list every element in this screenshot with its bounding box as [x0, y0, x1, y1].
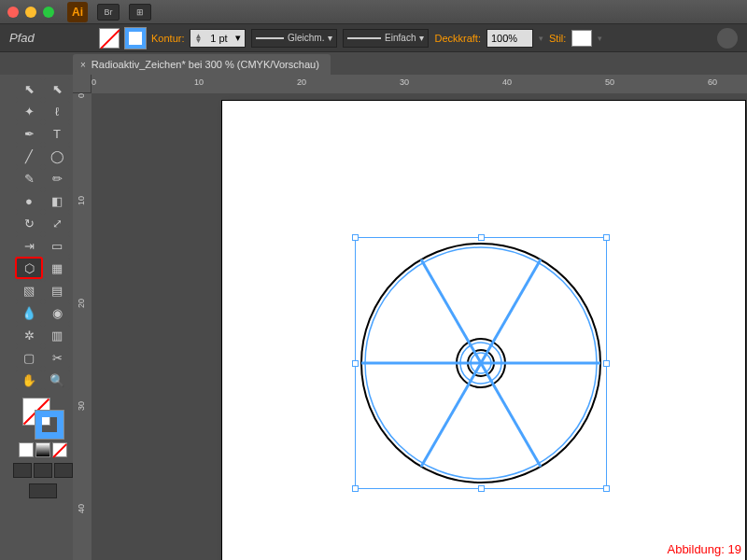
fill-stroke-control[interactable]	[22, 398, 63, 439]
bridge-button[interactable]: Br	[97, 4, 120, 21]
ruler-tick: 0	[77, 93, 86, 98]
gradient-tool[interactable]: ▤	[44, 280, 70, 301]
shape-builder-tool[interactable]: ⬡	[16, 258, 42, 278]
selection-bounds[interactable]	[355, 237, 607, 489]
ruler-horizontal[interactable]: 0 10 20 30 40 50 60	[92, 75, 747, 93]
eyedropper-tool[interactable]: 💧	[16, 302, 42, 323]
selection-handle[interactable]	[603, 360, 610, 367]
selection-handle[interactable]	[603, 485, 610, 492]
figure-caption: Abbildung: 19	[667, 542, 741, 556]
graph-tool[interactable]: ▥	[44, 325, 70, 345]
scale-tool[interactable]: ⤢	[44, 213, 70, 233]
artboard-viewport[interactable]: Abbildung: 19	[92, 93, 747, 560]
ruler-tick: 10	[77, 196, 86, 205]
stroke-label: Kontur:	[151, 33, 184, 44]
close-window-icon[interactable]	[7, 7, 19, 18]
ellipse-tool[interactable]: ◯	[44, 146, 70, 166]
eraser-tool[interactable]: ◧	[44, 190, 70, 211]
ruler-tick: 10	[194, 77, 204, 87]
ruler-tick: 20	[77, 299, 86, 308]
stroke-profile-dropdown[interactable]: Gleichm.▾	[251, 29, 337, 48]
selection-handle[interactable]	[352, 234, 359, 241]
panel-collapse-strip[interactable]	[0, 75, 13, 560]
selection-type-label: Pfad	[9, 31, 93, 45]
ruler-tick: 40	[77, 504, 86, 513]
artboard-tool[interactable]: ▢	[16, 347, 42, 368]
ruler-tick: 0	[92, 77, 96, 87]
direct-selection-tool[interactable]: ⬉	[44, 78, 70, 99]
lasso-tool[interactable]: ℓ	[44, 101, 70, 121]
draw-behind-icon[interactable]	[34, 463, 52, 478]
color-mode-row	[19, 442, 67, 457]
document-title: Radioaktiv_Zeichen* bei 300 % (CMYK/Vors…	[92, 59, 319, 70]
title-bar: Ai Br ⊞	[0, 0, 747, 24]
perspective-tool[interactable]: ▦	[44, 258, 70, 278]
style-swatch[interactable]	[571, 30, 592, 47]
blob-brush-tool[interactable]: ●	[16, 190, 42, 211]
fill-swatch[interactable]	[99, 28, 120, 49]
selection-handle[interactable]	[478, 234, 485, 241]
ruler-origin[interactable]	[73, 75, 92, 93]
width-tool[interactable]: ⇥	[16, 235, 42, 256]
ruler-tick: 60	[708, 77, 717, 87]
ruler-tick: 30	[77, 401, 86, 411]
pen-tool[interactable]: ✒	[16, 123, 42, 144]
pencil-tool[interactable]: ✏	[44, 168, 70, 189]
paintbrush-tool[interactable]: ✎	[16, 168, 42, 189]
brush-dropdown[interactable]: Einfach▾	[343, 29, 429, 48]
minimize-window-icon[interactable]	[25, 7, 36, 18]
symbol-sprayer-tool[interactable]: ✲	[16, 325, 42, 345]
selection-tool[interactable]: ⬉	[16, 78, 42, 99]
style-label: Stil:	[549, 33, 566, 44]
zoom-tool[interactable]: 🔍	[44, 370, 70, 390]
draw-mode-row	[13, 463, 73, 478]
document-tabs: × Radioaktiv_Zeichen* bei 300 % (CMYK/Vo…	[73, 52, 747, 75]
zoom-window-icon[interactable]	[43, 7, 54, 18]
selection-handle[interactable]	[352, 485, 359, 492]
mesh-tool[interactable]: ▧	[16, 280, 42, 301]
selection-handle[interactable]	[478, 485, 485, 492]
magic-wand-tool[interactable]: ✦	[16, 101, 42, 121]
ruler-tick: 30	[400, 77, 409, 87]
selection-handle[interactable]	[603, 234, 610, 241]
screen-mode-row	[29, 483, 57, 498]
ruler-vertical[interactable]: 0 10 20 30 40	[73, 93, 92, 560]
window-controls	[7, 7, 54, 18]
stroke-weight-input[interactable]: ▲▼ 1 pt ▾	[190, 29, 246, 48]
opacity-label: Deckkraft:	[434, 33, 481, 44]
document-tab[interactable]: × Radioaktiv_Zeichen* bei 300 % (CMYK/Vo…	[73, 54, 331, 75]
color-mode-icon[interactable]	[19, 442, 34, 457]
rotate-tool[interactable]: ↻	[16, 213, 42, 233]
stroke-box-icon[interactable]	[35, 411, 63, 439]
blend-tool[interactable]: ◉	[44, 302, 70, 323]
none-mode-icon[interactable]	[52, 442, 67, 457]
ruler-tick: 50	[605, 77, 614, 87]
selection-handle[interactable]	[352, 360, 359, 367]
close-tab-icon[interactable]: ×	[80, 60, 86, 70]
draw-inside-icon[interactable]	[54, 463, 73, 478]
gradient-mode-icon[interactable]	[35, 442, 50, 457]
app-badge: Ai	[67, 2, 88, 22]
control-bar: Pfad Kontur: ▲▼ 1 pt ▾ Gleichm.▾ Einfach…	[0, 24, 747, 52]
line-tool[interactable]: ╱	[16, 146, 42, 166]
stroke-swatch[interactable]	[125, 28, 146, 49]
draw-normal-icon[interactable]	[13, 463, 32, 478]
ruler-tick: 40	[502, 77, 512, 87]
opacity-input[interactable]: 100%	[486, 29, 533, 48]
stroke-weight-value: 1 pt	[210, 33, 227, 44]
screen-mode-icon[interactable]	[29, 483, 57, 498]
arrange-button[interactable]: ⊞	[129, 4, 151, 21]
hand-tool[interactable]: ✋	[16, 370, 42, 390]
toolbox: ⬉ ⬉ ✦ ℓ ✒ T ╱ ◯ ✎ ✏ ● ◧ ↻ ⤢ ⇥ ▭ ⬡ ▦ ▧ ▤ …	[13, 75, 73, 560]
slice-tool[interactable]: ✂	[44, 347, 70, 368]
sync-icon[interactable]	[717, 28, 738, 49]
canvas-area: 0 10 20 30 40 50 60 0 10 20 30 40	[73, 75, 747, 560]
type-tool[interactable]: T	[44, 123, 70, 144]
free-transform-tool[interactable]: ▭	[44, 235, 70, 256]
ruler-tick: 20	[297, 77, 306, 87]
